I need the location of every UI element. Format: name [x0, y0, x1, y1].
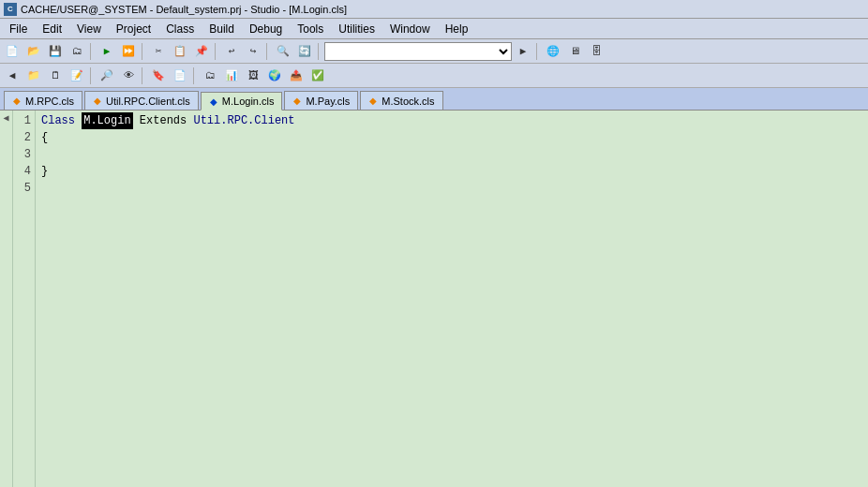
open-brace: { [41, 129, 48, 146]
code-editor[interactable]: Class M.Login Extends Util.RPC.Client { … [36, 111, 868, 487]
namespace-combo[interactable] [324, 42, 512, 61]
menu-class[interactable]: Class [158, 21, 202, 37]
sep-c [193, 67, 197, 84]
separator-4 [266, 43, 270, 60]
go-button[interactable]: ▶ [513, 42, 533, 61]
keyword-extends: Extends [140, 112, 187, 129]
tab-icon-mstock: ◆ [368, 96, 378, 106]
paste-button[interactable]: 📌 [191, 42, 212, 61]
global-button[interactable]: 🌍 [264, 66, 285, 85]
sep-b [142, 67, 145, 84]
line-num-3: 3 [13, 146, 31, 163]
tab-icon-utilrpc: ◆ [93, 96, 102, 106]
classname-highlight: M.Login [82, 112, 132, 129]
code-line-4: } [41, 163, 862, 180]
workspace-button[interactable]: 🖼 [243, 66, 263, 85]
menu-file[interactable]: File [2, 21, 35, 37]
title-text: CACHE/USER@_SYSTEM - Default_system.prj … [21, 4, 347, 15]
tab-icon-mlogin: ◆ [209, 96, 218, 106]
line-num-1: 1 [13, 112, 31, 129]
menu-view[interactable]: View [69, 21, 109, 37]
code-line-3 [41, 146, 862, 163]
menu-debug[interactable]: Debug [242, 21, 290, 37]
code-line-1: Class M.Login Extends Util.RPC.Client [41, 112, 862, 129]
tab-mstock[interactable]: ◆ M.Stock.cls [360, 91, 442, 110]
line-num-2: 2 [13, 129, 31, 146]
menu-help[interactable]: Help [438, 21, 476, 37]
menu-project[interactable]: Project [109, 21, 158, 37]
db-button[interactable]: 🗄 [586, 42, 606, 61]
nav-arrow[interactable]: ◀ [0, 111, 13, 487]
tab-icon-mrpc: ◆ [12, 96, 22, 106]
tab-mrpc[interactable]: ◆ M.RPC.cls [4, 91, 82, 110]
line-num-4: 4 [13, 163, 31, 180]
sep-a [90, 67, 94, 84]
tab-label-mlogin: M.Login.cls [222, 96, 275, 107]
task-button[interactable]: ✅ [307, 66, 328, 85]
separator-1 [90, 43, 94, 60]
tab-icon-mpay: ◆ [292, 96, 302, 106]
cls-button[interactable]: 🗒 [45, 66, 66, 85]
explore-button[interactable]: 🗂 [200, 66, 220, 85]
line-numbers: 1 2 3 4 5 [13, 111, 36, 487]
inspect-button[interactable]: 🔎 [97, 66, 117, 85]
parent-class: Util.RPC.Client [193, 112, 294, 129]
tab-mlogin[interactable]: ◆ M.Login.cls [201, 92, 283, 111]
toolbar-main: 📄 📂 💾 🗂 ▶ ⏩ ✂ 📋 📌 ↩ ↪ 🔍 🔄 ▶ 🌐 🖥 🗄 [0, 39, 868, 64]
menu-build[interactable]: Build [202, 21, 242, 37]
bookmark-button[interactable]: 🔖 [148, 66, 169, 85]
close-brace: } [41, 163, 48, 180]
tab-utilrpc[interactable]: ◆ Util.RPC.Client.cls [84, 91, 199, 110]
rtn-button[interactable]: 📝 [67, 66, 87, 85]
menu-tools[interactable]: Tools [290, 21, 331, 37]
menu-edit[interactable]: Edit [35, 21, 69, 37]
proj-button[interactable]: 📁 [23, 66, 44, 85]
copy-button[interactable]: 📋 [170, 42, 190, 61]
toolbar-secondary: ◀ 📁 🗒 📝 🔎 👁 🔖 📄 🗂 📊 🖼 🌍 📤 ✅ [0, 64, 868, 88]
undo-button[interactable]: ↩ [221, 42, 242, 61]
find-button[interactable]: 🔍 [273, 42, 293, 61]
tab-mpay[interactable]: ◆ M.Pay.cls [284, 91, 358, 110]
separator-2 [142, 43, 145, 60]
back-button[interactable]: ◀ [2, 66, 22, 85]
titlebar: C CACHE/USER@_SYSTEM - Default_system.pr… [0, 0, 868, 19]
menubar: File Edit View Project Class Build Debug… [0, 19, 868, 39]
open-button[interactable]: 📂 [23, 42, 44, 61]
redo-button[interactable]: ↪ [243, 42, 263, 61]
compile-all-button[interactable]: ⏩ [118, 42, 139, 61]
separator-5 [318, 43, 322, 60]
save-button[interactable]: 💾 [45, 42, 66, 61]
editor-area: ◀ 1 2 3 4 5 Class M.Login Extends Util.R… [0, 111, 868, 487]
output-button[interactable]: 📤 [286, 66, 307, 85]
separator-3 [215, 43, 218, 60]
watch-button[interactable]: 👁 [118, 66, 139, 85]
code-line-5 [41, 180, 862, 197]
tab-label-mrpc: M.RPC.cls [25, 96, 74, 107]
compile-button[interactable]: ▶ [97, 42, 117, 61]
tab-label-utilrpc: Util.RPC.Client.cls [106, 96, 190, 107]
template-button[interactable]: 📄 [170, 66, 190, 85]
tab-label-mstock: M.Stock.cls [382, 96, 434, 107]
tab-label-mpay: M.Pay.cls [306, 96, 350, 107]
server-button[interactable]: 🖥 [564, 42, 585, 61]
menu-utilities[interactable]: Utilities [331, 21, 382, 37]
web-button[interactable]: 🌐 [543, 42, 563, 61]
editor-tabs: ◆ M.RPC.cls ◆ Util.RPC.Client.cls ◆ M.Lo… [0, 88, 868, 111]
keyword-class: Class [41, 112, 75, 129]
replace-button[interactable]: 🔄 [294, 42, 315, 61]
new-button[interactable]: 📄 [2, 42, 22, 61]
cut-button[interactable]: ✂ [148, 42, 169, 61]
app-icon: C [4, 3, 17, 16]
separator-6 [536, 43, 540, 60]
save-all-button[interactable]: 🗂 [67, 42, 87, 61]
code-line-2: { [41, 129, 862, 146]
line-num-5: 5 [13, 180, 31, 197]
explorer2-button[interactable]: 📊 [221, 66, 242, 85]
menu-window[interactable]: Window [382, 21, 438, 37]
